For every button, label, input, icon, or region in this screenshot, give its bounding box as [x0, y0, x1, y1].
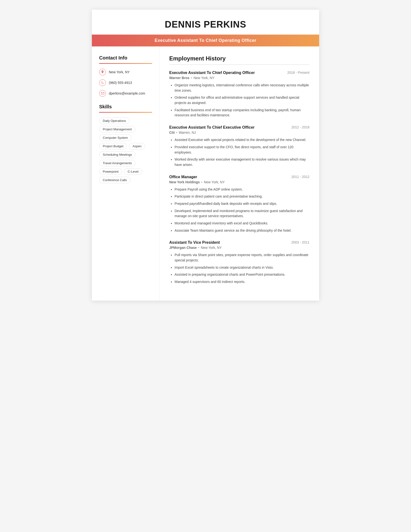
skill-tag: Powerpoint	[99, 168, 122, 175]
job-bullet: Ordered supplies for office and administ…	[175, 95, 309, 105]
resume-container: DENNIS PERKINS Executive Assistant To Ch…	[92, 10, 319, 301]
job-bullet: Assisted in preparing organizational cha…	[175, 272, 309, 277]
job-entry: Executive Assistant To Chief Executive O…	[169, 125, 309, 167]
email-icon	[99, 90, 106, 97]
job-bullet: Managed 4 supervisors and 60 indirect re…	[175, 279, 309, 285]
job-company: JPMorgan Chase•New York, NY	[169, 246, 309, 249]
location-icon	[99, 69, 106, 76]
job-company: Warner Bros•New York, NY	[169, 76, 309, 80]
job-bullets: Prepare Payroll using the ADP online sys…	[169, 187, 309, 233]
contact-phone-value: (960) 555-4913	[109, 81, 132, 85]
skills-tags: Daily OperationsProject ManagementComput…	[99, 117, 152, 183]
job-entry: Office Manager 2011 - 2012 New York Hold…	[169, 175, 309, 233]
header-banner: Executive Assistant To Chief Operating O…	[92, 35, 319, 47]
candidate-name: DENNIS PERKINS	[102, 19, 309, 30]
jobs-container: Executive Assistant To Chief Operating O…	[169, 71, 309, 285]
job-title: Assistant To Vice President	[169, 240, 220, 245]
job-bullet: Associate Team Maintains guest service a…	[175, 228, 309, 233]
job-bullets: Assisted Executive with special projects…	[169, 137, 309, 167]
job-bullet: Prepare Payroll using the ADP online sys…	[175, 187, 309, 192]
job-bullet: Organize meeting logistics, internationa…	[175, 83, 309, 93]
job-company: New York Holdings•New York, NY	[169, 180, 309, 184]
main-content: Employment History Executive Assistant T…	[159, 47, 319, 301]
job-header: Executive Assistant To Chief Operating O…	[169, 71, 309, 75]
job-bullet: Provided executive support to the CFO, f…	[175, 145, 309, 155]
skills-divider	[99, 112, 152, 113]
skill-tag: Travel Arrangements	[99, 160, 135, 166]
skill-tag: Daily Operations	[99, 117, 130, 124]
job-dates: 2003 - 2011	[291, 240, 309, 244]
contact-section: Contact Info New York, NY	[99, 55, 152, 97]
resume-body: Contact Info New York, NY	[92, 47, 319, 301]
job-bullet: Participate in direct patient care and p…	[175, 194, 309, 199]
skill-tag: Conference Calls	[99, 177, 131, 183]
job-title: Executive Assistant To Chief Executive O…	[169, 125, 255, 130]
job-entry: Assistant To Vice President 2003 - 2011 …	[169, 240, 309, 284]
employment-divider	[169, 64, 309, 65]
contact-phone: (960) 555-4913	[99, 79, 152, 86]
skill-tag: Project Budget	[99, 143, 127, 150]
employment-section-title: Employment History	[169, 55, 309, 62]
sidebar: Contact Info New York, NY	[92, 47, 159, 301]
skill-tag: Computer System	[99, 134, 131, 141]
job-dates: 2018 - Present	[287, 71, 309, 75]
job-bullet: Assisted Executive with special projects…	[175, 137, 309, 143]
job-dates: 2011 - 2012	[291, 175, 309, 179]
job-header: Executive Assistant To Chief Executive O…	[169, 125, 309, 130]
job-dates: 2012 - 2018	[291, 125, 309, 129]
job-bullet: Facilitated business end of two startup …	[175, 108, 309, 118]
contact-email-value: dperkins@example.com	[109, 91, 145, 95]
skill-tag: Aspen	[129, 143, 145, 150]
contact-location-value: New York, NY	[109, 70, 130, 74]
contact-location: New York, NY	[99, 69, 152, 76]
job-entry: Executive Assistant To Chief Operating O…	[169, 71, 309, 118]
job-bullet: Import Excel spreadsheets to create orga…	[175, 265, 309, 270]
job-header: Office Manager 2011 - 2012	[169, 175, 309, 179]
job-bullet: Prepared payroll/handled daily bank depo…	[175, 201, 309, 207]
job-bullet: Developed, implemented and monitored pro…	[175, 209, 309, 219]
contact-divider	[99, 63, 152, 64]
skill-tag: Project Management	[99, 126, 135, 133]
skills-section-title: Skills	[99, 104, 152, 110]
skills-section: Skills Daily OperationsProject Managemen…	[99, 104, 152, 183]
skill-tag: C-Level	[124, 168, 142, 175]
job-bullet: Pull reports via Share point sites, prep…	[175, 252, 309, 263]
contact-email: dperkins@example.com	[99, 90, 152, 97]
phone-icon	[99, 79, 106, 86]
job-header: Assistant To Vice President 2003 - 2011	[169, 240, 309, 245]
job-title: Office Manager	[169, 175, 197, 179]
job-bullet: Worked directly with senior executive ma…	[175, 157, 309, 167]
resume-header: DENNIS PERKINS	[92, 10, 319, 35]
job-company: Citi•Warren, NJ	[169, 131, 309, 134]
job-bullets: Pull reports via Share point sites, prep…	[169, 252, 309, 284]
contact-section-title: Contact Info	[99, 55, 152, 61]
job-bullet: Monitored and managed inventory with exc…	[175, 221, 309, 226]
candidate-title: Executive Assistant To Chief Operating O…	[102, 38, 309, 43]
job-bullets: Organize meeting logistics, internationa…	[169, 83, 309, 118]
job-title: Executive Assistant To Chief Operating O…	[169, 71, 255, 75]
skill-tag: Scheduling Meetings	[99, 151, 136, 158]
